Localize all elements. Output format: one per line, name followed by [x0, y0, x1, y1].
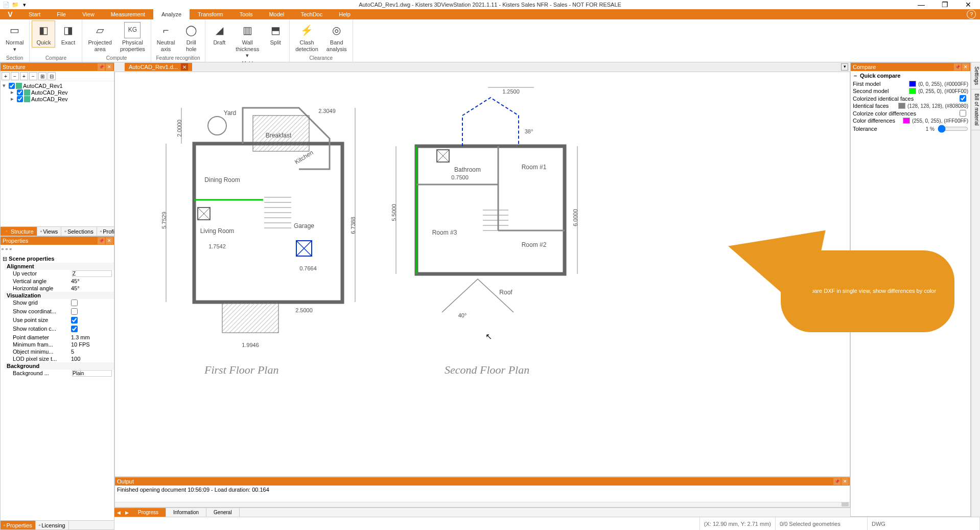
clash-detection-button[interactable]: ⚡Clash detection [292, 20, 322, 54]
tab-tools[interactable]: Tools [231, 9, 261, 19]
tree-row[interactable]: ▸AutoCAD_Rev [2, 89, 113, 96]
bottom-tab-licensing[interactable]: ▫Licensing [36, 521, 69, 529]
prop-use-point-size[interactable]: Use point size [1, 316, 114, 325]
prop-up-vector[interactable]: Up vectorZ [1, 270, 114, 278]
svg-text:Garage: Garage [294, 222, 314, 229]
wall-thickness-button[interactable]: ▥Wall thickness▾ [232, 20, 263, 60]
tree-btn-4[interactable]: − [29, 72, 37, 80]
structure-panel: Structure 📌 ✕ + − + − ⊞ ⊟ ▾AutoCAD_Rev1 … [0, 62, 114, 236]
tab-view[interactable]: View [74, 9, 103, 19]
tree-row[interactable]: ▾AutoCAD_Rev1 [2, 82, 113, 89]
views-tab[interactable]: ▫Views [37, 227, 62, 236]
structure-tab[interactable]: 🔸Structure [1, 227, 37, 236]
output-scrollbar[interactable] [115, 502, 850, 507]
panel-pin-icon[interactable]: 📌 [833, 478, 841, 485]
qat-icon-2[interactable]: 📁 [11, 1, 19, 9]
close-button[interactable]: ✕ [956, 0, 980, 9]
panel-close-icon[interactable]: ✕ [842, 478, 849, 485]
panel-close-icon[interactable]: ✕ [106, 63, 113, 71]
panel-close-icon[interactable]: ✕ [106, 237, 113, 244]
tab-measurement[interactable]: Measurement [103, 9, 153, 19]
prop-obj-min[interactable]: Object minimu...5 [1, 348, 114, 355]
prop-min-framerate[interactable]: Minimum fram...10 FPS [1, 341, 114, 348]
svg-text:6.0000: 6.0000 [572, 209, 578, 226]
physical-properties-button[interactable]: KGPhysical properties [116, 20, 149, 54]
qat-dropdown-icon[interactable]: ▾ [20, 1, 29, 9]
minimize-button[interactable]: — [909, 0, 933, 9]
prop-show-coord[interactable]: Show coordinat... [1, 308, 114, 316]
panel-pin-icon[interactable]: 📌 [954, 63, 961, 71]
band-analysis-button[interactable]: ◎Band analysis [323, 20, 351, 54]
prop-tb-icon[interactable]: ▫ [6, 246, 8, 254]
out-nav-right[interactable]: ▶ [123, 508, 131, 517]
group-background: Background [5, 362, 114, 370]
tree-btn-6[interactable]: ⊟ [48, 72, 56, 80]
prop-horizontal-angle[interactable]: Horizontal angle45° [1, 285, 114, 292]
tab-model[interactable]: Model [261, 9, 292, 19]
section-normal-button[interactable]: ▭Normal▾ [2, 20, 27, 54]
cmp-color-diff[interactable]: Color differences(255, 0, 255), (#FF00FF… [853, 117, 968, 124]
out-nav-left[interactable]: ◀ [114, 508, 123, 517]
svg-text:1.9946: 1.9946 [242, 342, 259, 348]
tree-checkbox[interactable] [17, 89, 23, 96]
tree-collapse-button[interactable]: − [11, 72, 19, 80]
tab-start[interactable]: Start [20, 9, 49, 19]
tab-help[interactable]: Help [331, 9, 359, 19]
out-tab-progress[interactable]: Progress [131, 508, 166, 517]
tree-row[interactable]: ▸AutoCAD_Rev [2, 96, 113, 102]
qat-icon-1[interactable]: 📄 [2, 1, 10, 9]
cmp-identical-faces[interactable]: Identical faces(128, 128, 128), (#808080… [853, 102, 968, 109]
out-tab-general[interactable]: General [206, 508, 240, 517]
prop-vertical-angle[interactable]: Vertical angle45° [1, 278, 114, 285]
side-tab-settings[interactable]: Settings [971, 62, 980, 89]
cmp-first-model[interactable]: First model(0, 0, 255), (#0000FF) [853, 80, 968, 87]
output-header: Output 📌 ✕ [115, 477, 850, 486]
prop-lod-pixel[interactable]: LOD pixel size t...100 [1, 355, 114, 362]
selections-tab[interactable]: ▫Selections [61, 227, 97, 236]
tree-btn-3[interactable]: + [20, 72, 28, 80]
tolerance-slider[interactable] [938, 125, 968, 133]
prop-tb-icon[interactable]: ▫ [10, 246, 12, 254]
group-alignment: Alignment [5, 263, 114, 270]
tree-btn-5[interactable]: ⊞ [38, 72, 46, 80]
prop-tb-icon[interactable]: ▫ [2, 246, 4, 254]
cmp-second-model[interactable]: Second model(0, 255, 0), (#00FF00) [853, 87, 968, 95]
structure-tree[interactable]: ▾AutoCAD_Rev1 ▸AutoCAD_Rev ▸AutoCAD_Rev [1, 81, 114, 226]
out-tab-information[interactable]: Information [166, 508, 206, 517]
tab-techdoc[interactable]: TechDoc [292, 9, 331, 19]
prop-show-grid[interactable]: Show grid [1, 299, 114, 308]
side-tab-bom[interactable]: Bill of material [971, 89, 980, 130]
tab-file[interactable]: File [49, 9, 74, 19]
prop-background[interactable]: Background ...Plain [1, 370, 114, 377]
tree-checkbox[interactable] [17, 96, 23, 102]
close-tab-icon[interactable]: ✕ [181, 63, 188, 71]
tree-expand-button[interactable]: + [2, 72, 10, 80]
prop-point-diameter[interactable]: Point diameter1.3 mm [1, 334, 114, 341]
tab-transform[interactable]: Transform [190, 9, 231, 19]
bottom-tab-properties[interactable]: ▫Properties [1, 521, 36, 529]
cmp-colorized-identical[interactable]: Colorized identical faces [853, 95, 968, 102]
panel-pin-icon[interactable]: 📌 [98, 237, 105, 244]
compare-quick-button[interactable]: ◧Quick [32, 20, 55, 48]
help-icon[interactable]: ? [967, 10, 976, 19]
prop-show-rotation[interactable]: Show rotation c... [1, 325, 114, 334]
draft-button[interactable]: ◢Draft [207, 20, 231, 48]
wall-thickness-icon: ▥ [239, 22, 255, 38]
cmp-tolerance[interactable]: Tolerance1 % [853, 124, 968, 133]
projected-area-button[interactable]: ▱Projected area [84, 20, 115, 54]
tree-checkbox[interactable] [9, 83, 15, 89]
cmp-colorize-diff[interactable]: Colorize color differences [853, 109, 968, 117]
document-tab[interactable]: AutoCAD_Rev1.d...✕ [125, 63, 192, 71]
annotation-callout: Compare DXF in single view, show differe… [781, 250, 954, 332]
app-menu-tab[interactable]: V [0, 9, 20, 19]
neutral-axis-button[interactable]: ⌐Neutral axis [153, 20, 178, 54]
split-button[interactable]: ⬒Split [264, 20, 287, 48]
panel-close-icon[interactable]: ✕ [962, 63, 969, 71]
tab-analyze[interactable]: Analyze [153, 9, 190, 19]
drill-hole-button[interactable]: ◯Drill hole [179, 20, 203, 54]
maximize-button[interactable]: ❐ [933, 0, 956, 9]
panel-pin-icon[interactable]: 📌 [98, 63, 105, 71]
compare-exact-button[interactable]: ◨Exact [56, 20, 80, 48]
dropdown-icon[interactable]: ▾ [841, 63, 848, 71]
properties-body[interactable]: ⊟ Scene properties Alignment Up vectorZ … [1, 255, 114, 520]
